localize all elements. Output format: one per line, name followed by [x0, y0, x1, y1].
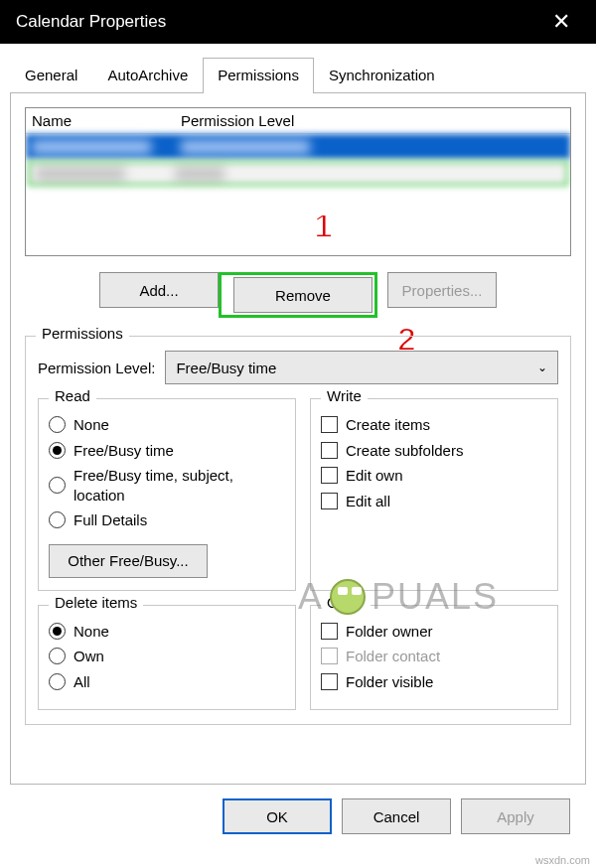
tab-permissions[interactable]: Permissions [203, 58, 314, 93]
col-permlevel-header[interactable]: Permission Level [181, 112, 294, 129]
watermark-face-icon [330, 579, 366, 615]
read-full[interactable]: Full Details [49, 510, 285, 530]
list-row-selected[interactable] [26, 134, 570, 159]
list-row-highlighted[interactable] [28, 161, 568, 186]
add-button[interactable]: Add... [99, 272, 219, 308]
perm-level-select[interactable]: Free/Busy time ⌄ [165, 351, 558, 384]
permissions-list[interactable]: Name Permission Level [25, 107, 571, 256]
write-create-items[interactable]: Create items [321, 415, 547, 435]
col-name-header[interactable]: Name [32, 112, 181, 129]
delete-all[interactable]: All [49, 672, 285, 692]
write-create-subfolders[interactable]: Create subfolders [321, 441, 547, 461]
other-folder-visible[interactable]: Folder visible [321, 672, 547, 692]
permissions-group-title: Permissions [36, 325, 129, 342]
delete-none[interactable]: None [49, 622, 285, 642]
write-edit-all[interactable]: Edit all [321, 492, 547, 511]
source-label: wsxdn.com [535, 854, 590, 866]
annotation-1: 1 [314, 207, 333, 245]
write-group-title: Write [321, 387, 368, 404]
perm-level-value: Free/Busy time [176, 360, 276, 376]
tab-synchronization[interactable]: Synchronization [314, 58, 450, 93]
tabs-bar: General AutoArchive Permissions Synchron… [10, 58, 586, 93]
ok-button[interactable]: OK [223, 798, 332, 834]
read-none[interactable]: None [49, 415, 285, 435]
apply-button: Apply [461, 798, 570, 834]
cancel-button[interactable]: Cancel [342, 798, 451, 834]
delete-group-title: Delete items [49, 594, 143, 611]
other-freebusy-button[interactable]: Other Free/Busy... [49, 544, 208, 578]
read-freebusy[interactable]: Free/Busy time [49, 441, 285, 461]
tab-autoarchive[interactable]: AutoArchive [92, 58, 203, 93]
other-folder-contact: Folder contact [321, 647, 547, 666]
close-icon[interactable]: ✕ [542, 5, 580, 39]
remove-button[interactable]: Remove [233, 277, 372, 313]
properties-button: Properties... [387, 272, 497, 308]
watermark: APUALS [298, 576, 499, 618]
chevron-down-icon: ⌄ [537, 361, 547, 374]
perm-level-label: Permission Level: [38, 360, 155, 376]
delete-own[interactable]: Own [49, 647, 285, 666]
other-folder-owner[interactable]: Folder owner [321, 622, 547, 642]
tab-general[interactable]: General [10, 58, 92, 93]
read-group-title: Read [49, 387, 96, 404]
read-freebusy-subject[interactable]: Free/Busy time, subject, location [49, 466, 285, 505]
window-title: Calendar Properties [16, 12, 166, 32]
write-edit-own[interactable]: Edit own [321, 466, 547, 486]
